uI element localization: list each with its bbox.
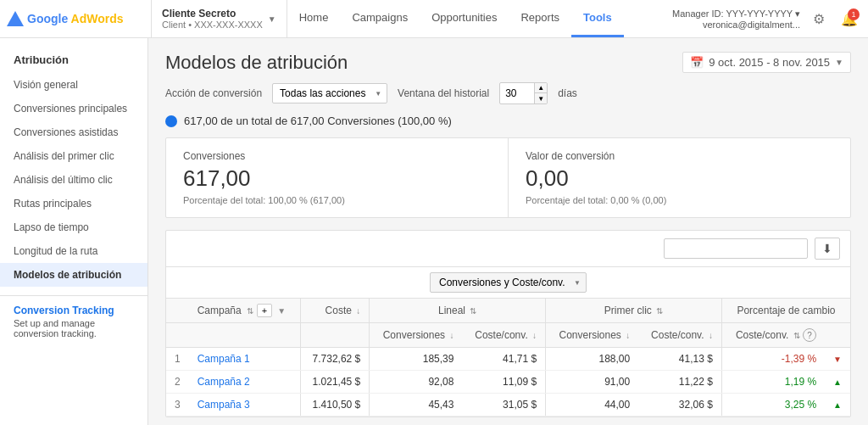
accion-select[interactable]: Todas las acciones bbox=[272, 83, 387, 103]
primer-conv-sort[interactable]: ↓ bbox=[626, 331, 630, 340]
metric-value-conversiones: 617,00 bbox=[183, 165, 491, 192]
accion-label: Acción de conversión bbox=[165, 87, 262, 99]
logo-text: Google AdWords bbox=[27, 12, 124, 25]
summary-row: 617,00 de un total de 617,00 Conversione… bbox=[165, 115, 851, 127]
sidebar-item-modelos[interactable]: Modelos de atribución bbox=[0, 263, 147, 287]
coste-cell: 1.021,45 $ bbox=[300, 371, 370, 394]
sidebar-item-primer-clic[interactable]: Análisis del primer clic bbox=[0, 144, 147, 168]
campaign-sort-icon[interactable]: ⇅ bbox=[247, 306, 253, 316]
calendar-icon: 📅 bbox=[690, 56, 704, 69]
pct-arrow-cell: ▲ bbox=[825, 394, 850, 417]
sidebar-item-rutas-principales[interactable]: Rutas principales bbox=[0, 192, 147, 215]
coste-sort-icon[interactable]: ↓ bbox=[356, 306, 360, 316]
pct-arrow-cell: ▲ bbox=[825, 371, 850, 394]
logo-icon bbox=[7, 11, 24, 26]
th-coste: Coste ↓ bbox=[300, 299, 370, 323]
primer-conv-cell: 44,00 bbox=[546, 394, 639, 417]
primer-coste-cell: 11,22 $ bbox=[638, 371, 721, 394]
metrics-cards: Conversiones 617,00 Porcentaje del total… bbox=[165, 137, 851, 218]
sidebar-link-section: Conversion Tracking Set up and manage co… bbox=[0, 295, 147, 344]
sidebar-item-lapso[interactable]: Lapso de tiempo bbox=[0, 215, 147, 239]
lineal-coste-cell: 11,09 $ bbox=[462, 371, 545, 394]
sidebar-item-conversiones-asistidas[interactable]: Conversiones asistidas bbox=[0, 120, 147, 144]
ventana-input[interactable] bbox=[500, 84, 534, 103]
sidebar-item-longitud[interactable]: Longitud de la ruta bbox=[0, 239, 147, 263]
table-row: 3 Campaña 3 1.410,50 $ 45,43 31,05 $ 44,… bbox=[166, 394, 850, 417]
campaign-cell: Campaña 3 bbox=[189, 394, 300, 417]
client-dropdown-icon[interactable]: ▼ bbox=[268, 14, 276, 24]
pct-sort[interactable]: ⇅ bbox=[793, 331, 800, 340]
th-campaign-label bbox=[189, 323, 300, 348]
nav-reports[interactable]: Reports bbox=[509, 0, 571, 37]
row-num: 1 bbox=[166, 348, 189, 371]
client-info[interactable]: Cliente Secreto Client • XXX-XXX-XXXX ▼ bbox=[151, 0, 287, 37]
campaign-down-icon[interactable]: ▼ bbox=[277, 306, 286, 316]
th-pct-group: Porcentaje de cambio bbox=[721, 299, 850, 323]
spin-down-button[interactable]: ▼ bbox=[535, 93, 547, 103]
table-row: 1 Campaña 1 7.732,62 $ 185,39 41,71 $ 18… bbox=[166, 348, 850, 371]
nav-tools[interactable]: Tools bbox=[571, 0, 624, 37]
coste-cell: 1.410,50 $ bbox=[300, 394, 370, 417]
sidebar-item-ultimo-clic[interactable]: Análisis del último clic bbox=[0, 168, 147, 192]
pct-arrow-cell: ▼ bbox=[825, 348, 850, 371]
dias-label: días bbox=[558, 87, 577, 99]
th-num-label bbox=[166, 323, 189, 348]
row-num: 2 bbox=[166, 371, 189, 394]
sidebar-item-vision[interactable]: Visión general bbox=[0, 73, 147, 97]
nav-campaigns[interactable]: Campaigns bbox=[340, 0, 420, 37]
client-name: Cliente Secreto bbox=[162, 8, 263, 20]
th-lineal-conv: Conversiones ↓ bbox=[370, 323, 463, 348]
table-section: ⬇ Conversiones y Coste/conv. bbox=[165, 230, 851, 417]
pct-coste-cell: 1,19 % bbox=[721, 371, 825, 394]
primer-coste-cell: 41,13 $ bbox=[638, 348, 721, 371]
page-title: Modelos de atribución bbox=[165, 52, 348, 74]
number-spinners: ▲ ▼ bbox=[534, 83, 547, 103]
th-campaign-header: Campaña ⇅ + ▼ bbox=[189, 299, 300, 323]
download-button[interactable]: ⬇ bbox=[815, 238, 840, 260]
summary-text: 617,00 de un total de 617,00 Conversione… bbox=[184, 115, 452, 127]
filters-row: Acción de conversión Todas las acciones … bbox=[165, 82, 851, 104]
metric-sub-conversiones: Porcentaje del total: 100,00 % (617,00) bbox=[183, 195, 491, 205]
conversion-tracking-link[interactable]: Conversion Tracking bbox=[14, 305, 134, 316]
add-column-button[interactable]: + bbox=[257, 304, 272, 317]
date-range-picker[interactable]: 📅 9 oct. 2015 - 8 nov. 2015 ▼ bbox=[682, 52, 851, 73]
table-row: 2 Campaña 2 1.021,45 $ 92,08 11,09 $ 91,… bbox=[166, 371, 850, 394]
main-content: Modelos de atribución 📅 9 oct. 2015 - 8 … bbox=[148, 38, 868, 425]
metric-card-conversiones: Conversiones 617,00 Porcentaje del total… bbox=[166, 138, 509, 217]
lineal-coste-sort[interactable]: ↓ bbox=[532, 331, 537, 340]
group-select[interactable]: Conversiones y Coste/conv. bbox=[430, 272, 587, 293]
th-primer-conv: Conversiones ↓ bbox=[546, 323, 639, 348]
pct-coste-cell: 3,25 % bbox=[721, 394, 825, 417]
settings-icon[interactable]: ⚙ bbox=[807, 7, 831, 31]
primer-coste-sort[interactable]: ↓ bbox=[709, 331, 713, 340]
campaign-link[interactable]: Campaña 3 bbox=[198, 399, 250, 411]
ventana-input-wrapper: ▲ ▼ bbox=[499, 82, 548, 104]
client-id: Client • XXX-XXX-XXXX bbox=[162, 20, 263, 30]
th-pct-arrow bbox=[825, 323, 850, 348]
campaign-link[interactable]: Campaña 1 bbox=[198, 353, 250, 365]
nav-home[interactable]: Home bbox=[287, 0, 341, 37]
sidebar-section-title: Atribución bbox=[0, 48, 147, 73]
lineal-conv-sort[interactable]: ↓ bbox=[449, 331, 453, 340]
primer-conv-cell: 188,00 bbox=[546, 348, 639, 371]
primer-sort-icon[interactable]: ⇅ bbox=[656, 306, 663, 316]
pct-coste-cell: -1,39 % bbox=[721, 348, 825, 371]
table-body: 1 Campaña 1 7.732,62 $ 185,39 41,71 $ 18… bbox=[166, 348, 850, 417]
th-primer-coste: Coste/conv. ↓ bbox=[638, 323, 721, 348]
lineal-conv-cell: 185,39 bbox=[370, 348, 463, 371]
nav-links: Home Campaigns Opportunities Reports Too… bbox=[287, 0, 672, 37]
campaign-cell: Campaña 2 bbox=[189, 371, 300, 394]
th-lineal-group: Lineal ⇅ bbox=[370, 299, 546, 323]
lineal-conv-cell: 92,08 bbox=[370, 371, 463, 394]
metric-sub-valor: Porcentaje del total: 0,00 % (0,00) bbox=[526, 195, 833, 205]
search-input[interactable] bbox=[664, 238, 808, 259]
lineal-sort-icon[interactable]: ⇅ bbox=[470, 306, 476, 316]
sidebar-item-conversiones-principales[interactable]: Conversiones principales bbox=[0, 97, 147, 120]
metric-label-conversiones: Conversiones bbox=[183, 150, 491, 162]
pct-help-icon[interactable]: ? bbox=[803, 328, 816, 342]
lineal-coste-cell: 41,71 $ bbox=[462, 348, 545, 371]
spin-up-button[interactable]: ▲ bbox=[535, 83, 547, 93]
nav-opportunities[interactable]: Opportunities bbox=[420, 0, 509, 37]
campaign-link[interactable]: Campaña 2 bbox=[198, 376, 250, 388]
notifications-icon[interactable]: 🔔 1 bbox=[837, 7, 861, 31]
